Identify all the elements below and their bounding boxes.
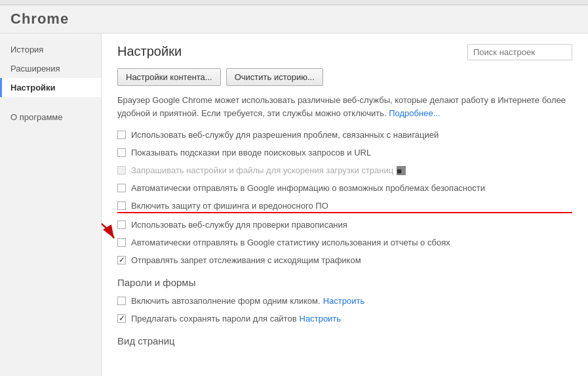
clear-history-button[interactable]: Очистить историю...: [226, 68, 323, 86]
section-view-title: Вид страниц: [117, 335, 572, 346]
search-input[interactable]: [467, 44, 572, 60]
sidebar-item-extensions[interactable]: Расширения: [0, 59, 101, 78]
checkbox-phishing-protect-label: Включить защиту от фишинга и вредоносног…: [131, 201, 328, 211]
checkbox-save-passwords: Предлагать сохранять пароли для сайтов Н…: [117, 312, 572, 325]
annotation-arrow: [102, 209, 124, 247]
checkbox-security-info-input[interactable]: [117, 184, 126, 192]
checkbox-save-passwords-input[interactable]: [117, 314, 126, 323]
checkbox-nav-service-input[interactable]: [117, 131, 126, 139]
chrome-logo: Chrome: [10, 10, 69, 28]
checkbox-security-info-label: Автоматически отправлять в Google информ…: [131, 183, 485, 193]
checkbox-autofill: Включить автозаполнение форм одним клико…: [117, 295, 572, 307]
section-passwords-title: Пароли и формы: [117, 277, 572, 288]
checkbox-spell-check-label: Использовать веб-службу для проверки пра…: [131, 220, 347, 230]
checkbox-nav-service: Использовать веб-службу для разрешения п…: [117, 129, 572, 141]
description-text: Браузер Google Chrome может использовать…: [117, 95, 566, 118]
checkbox-autofill-label: Включить автозаполнение форм одним клико…: [131, 296, 321, 306]
sidebar-item-history[interactable]: История: [0, 40, 101, 59]
search-box: [467, 44, 572, 60]
checkbox-do-not-track-input[interactable]: [117, 256, 126, 264]
checkbox-autofill-input[interactable]: [117, 297, 126, 305]
content-settings-button[interactable]: Настройки контента...: [117, 68, 221, 86]
checkbox-nav-service-label: Использовать веб-службу для разрешения п…: [131, 130, 439, 140]
description: Браузер Google Chrome может использовать…: [117, 94, 572, 119]
autofill-configure-link[interactable]: Настроить: [323, 296, 365, 306]
checkbox-search-hints-label: Показывать подсказки при вводе поисковых…: [131, 148, 371, 157]
checkbox-phishing-protect: Включить защиту от фишинга и вредоносног…: [117, 199, 572, 213]
checkboxes-section: снять галку Использовать: [117, 129, 572, 266]
sidebar: История Расширения Настройки О программе: [0, 33, 102, 376]
sidebar-item-settings[interactable]: Настройки: [0, 78, 101, 97]
checkbox-speed-settings: Запрашивать настройки и файлы для ускоре…: [117, 164, 572, 177]
checkbox-do-not-track-label: Отправлять запрет отслеживания с исходящ…: [131, 255, 361, 265]
checkbox-save-passwords-label: Предлагать сохранять пароли для сайтов: [131, 314, 297, 324]
checkbox-usage-stats-label: Автоматически отправлять в Google статис…: [131, 238, 450, 247]
checkbox-search-hints: Показывать подсказки при вводе поисковых…: [117, 146, 572, 159]
buttons-row: Настройки контента... Очистить историю..…: [117, 68, 572, 86]
sidebar-item-about[interactable]: О программе: [0, 108, 101, 127]
checkbox-speed-settings-label: Запрашивать настройки и файлы для ускоре…: [131, 165, 393, 175]
checkbox-do-not-track: Отправлять запрет отслеживания с исходящ…: [117, 254, 572, 266]
learn-more-link[interactable]: Подробнее...: [389, 108, 440, 118]
checkbox-usage-stats: Автоматически отправлять в Google статис…: [117, 236, 572, 249]
checkbox-search-hints-input[interactable]: [117, 148, 126, 157]
puzzle-icon: ■: [397, 166, 406, 175]
checkbox-speed-settings-input: [117, 166, 126, 175]
save-passwords-configure-link[interactable]: Настроить: [300, 314, 342, 324]
main-content: Настройки Настройки контента... Очистить…: [102, 33, 588, 376]
checkbox-security-info: Автоматически отправлять в Google информ…: [117, 182, 572, 194]
checkbox-spell-check: Использовать веб-службу для проверки пра…: [117, 219, 572, 231]
